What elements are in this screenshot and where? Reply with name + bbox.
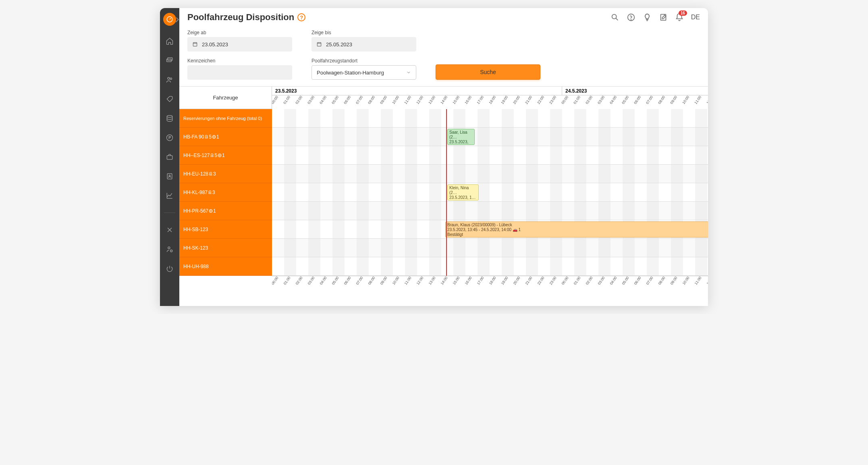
note-icon[interactable] bbox=[659, 13, 668, 22]
stack-icon[interactable] bbox=[166, 114, 174, 122]
vehicle-row[interactable]: HH-SK-123 bbox=[179, 239, 272, 257]
timeline-row bbox=[272, 202, 708, 220]
svg-rect-24 bbox=[210, 172, 212, 174]
svg-rect-18 bbox=[206, 135, 208, 137]
location-select[interactable]: Poolwagen-Station-Hamburg bbox=[311, 65, 416, 80]
notifications-icon[interactable]: 16 bbox=[675, 13, 684, 22]
svg-point-4 bbox=[170, 78, 172, 79]
filter-row-2: Kennzeichen Poolfahrzeugstandort Poolwag… bbox=[179, 58, 708, 86]
page-header: Poolfahrzeug Disposition ? 16 DE bbox=[179, 8, 708, 27]
hour-row-top: 00:0001:0002:0003:0004:0005:0006:0007:00… bbox=[272, 95, 708, 109]
search-button[interactable]: Suche bbox=[436, 64, 540, 80]
timeline-row: Saar, Lisa (2…23.5.2023, …Bestätigt bbox=[272, 128, 708, 146]
show-from-input[interactable]: 23.05.2023 bbox=[187, 37, 292, 52]
svg-point-9 bbox=[169, 175, 170, 176]
plate-label: Kennzeichen bbox=[187, 58, 292, 64]
svg-point-27 bbox=[210, 211, 211, 211]
booking-block[interactable]: Saar, Lisa (2…23.5.2023, …Bestätigt bbox=[447, 129, 475, 145]
timeline-row bbox=[272, 239, 708, 257]
svg-rect-17 bbox=[317, 43, 321, 46]
admin-users-icon[interactable] bbox=[166, 245, 174, 253]
tools-icon[interactable] bbox=[166, 226, 174, 234]
plate-input[interactable] bbox=[187, 65, 292, 80]
help-icon[interactable]: ? bbox=[297, 13, 305, 21]
vehicle-row[interactable]: HH-UH-988 bbox=[179, 257, 272, 276]
page-title: Poolfahrzeug Disposition bbox=[187, 12, 294, 23]
calendar-icon bbox=[192, 41, 198, 47]
help-circle-icon[interactable] bbox=[627, 13, 635, 22]
language-selector[interactable]: DE bbox=[691, 14, 700, 21]
booking-block[interactable]: Klein, Nina (2…23.5.2023, 1…Warte auf Er… bbox=[447, 184, 479, 200]
svg-rect-25 bbox=[209, 191, 211, 192]
vehicle-row[interactable]: HH-KL-987 3 bbox=[179, 183, 272, 202]
contact-icon[interactable] bbox=[166, 172, 174, 180]
svg-point-5 bbox=[167, 116, 172, 118]
timeline-row bbox=[272, 109, 708, 128]
timeline-row: Weber, Han…24.5.2023, …Warte auf E… bbox=[272, 257, 708, 276]
timeline[interactable]: 23.5.202324.5.2023 00:0001:0002:0003:000… bbox=[272, 87, 708, 306]
app-logo[interactable] bbox=[163, 13, 176, 26]
schedule-grid: Fahrzeuge Reservierungen ohne Fahrzeug (… bbox=[179, 86, 708, 306]
main-content: Poolfahrzeug Disposition ? 16 DE Zeige a… bbox=[179, 8, 708, 306]
vehicles-header: Fahrzeuge bbox=[179, 87, 272, 109]
vehicle-row[interactable]: Reservierungen ohne Fahrzeug (total 0) bbox=[179, 109, 272, 128]
sidebar bbox=[160, 8, 179, 306]
svg-point-10 bbox=[168, 247, 170, 249]
show-to-label: Zeige bis bbox=[311, 30, 416, 35]
svg-point-12 bbox=[612, 14, 616, 19]
notification-badge: 16 bbox=[679, 10, 687, 16]
timeline-row: Klein, Nina (2…23.5.2023, 1…Warte auf Er… bbox=[272, 183, 708, 202]
search-icon[interactable] bbox=[611, 13, 619, 22]
show-to-input[interactable]: 25.05.2023 bbox=[311, 37, 416, 52]
parking-icon[interactable] bbox=[166, 134, 174, 142]
vehicle-column: Fahrzeuge Reservierungen ohne Fahrzeug (… bbox=[179, 87, 272, 306]
current-time-line bbox=[446, 109, 447, 276]
filter-row-1: Zeige ab 23.05.2023 Zeige bis 25.05.2023 bbox=[179, 27, 708, 58]
vehicle-row[interactable]: HB-FA 90 5 1 bbox=[179, 128, 272, 146]
location-label: Poolfahrzeugstandort bbox=[311, 58, 416, 64]
vehicles-icon[interactable] bbox=[166, 56, 174, 64]
svg-point-14 bbox=[631, 19, 631, 20]
show-from-label: Zeige ab bbox=[187, 30, 292, 35]
timeline-row: Braun, Klaus (2023/00009) - Lübeck23.5.2… bbox=[272, 220, 708, 239]
power-icon[interactable] bbox=[166, 265, 174, 273]
svg-point-3 bbox=[168, 77, 170, 79]
svg-rect-16 bbox=[193, 43, 197, 46]
svg-rect-21 bbox=[211, 154, 213, 155]
hour-row-bottom: 00:0001:0002:0003:0004:0005:0006:0007:00… bbox=[272, 276, 708, 289]
users-icon[interactable] bbox=[166, 76, 174, 84]
vehicle-row[interactable]: HH-EU-128 3 bbox=[179, 165, 272, 183]
grid-body: Saar, Lisa (2…23.5.2023, …BestätigtKasim… bbox=[272, 109, 708, 276]
svg-point-20 bbox=[214, 136, 214, 137]
svg-point-23 bbox=[219, 155, 220, 156]
vehicle-row[interactable]: HH-SB-123 bbox=[179, 220, 272, 239]
bulb-icon[interactable] bbox=[643, 13, 652, 22]
chart-icon[interactable] bbox=[166, 192, 174, 200]
timeline-row bbox=[272, 146, 708, 165]
briefcase-icon[interactable] bbox=[166, 153, 174, 161]
tag-icon[interactable] bbox=[166, 95, 174, 103]
calendar-icon bbox=[316, 41, 322, 47]
home-icon[interactable] bbox=[166, 37, 174, 45]
vehicle-row[interactable]: HH-PR-567 1 bbox=[179, 202, 272, 220]
booking-block[interactable]: Braun, Klaus (2023/00009) - Lübeck23.5.2… bbox=[445, 221, 708, 238]
timeline-row: Kasimir, Sim…24.5.2023, …Bestätigt bbox=[272, 165, 708, 183]
svg-rect-7 bbox=[167, 156, 172, 159]
chevron-down-icon bbox=[406, 70, 411, 75]
vehicle-row[interactable]: HH--ES-127 5 1 bbox=[179, 146, 272, 165]
